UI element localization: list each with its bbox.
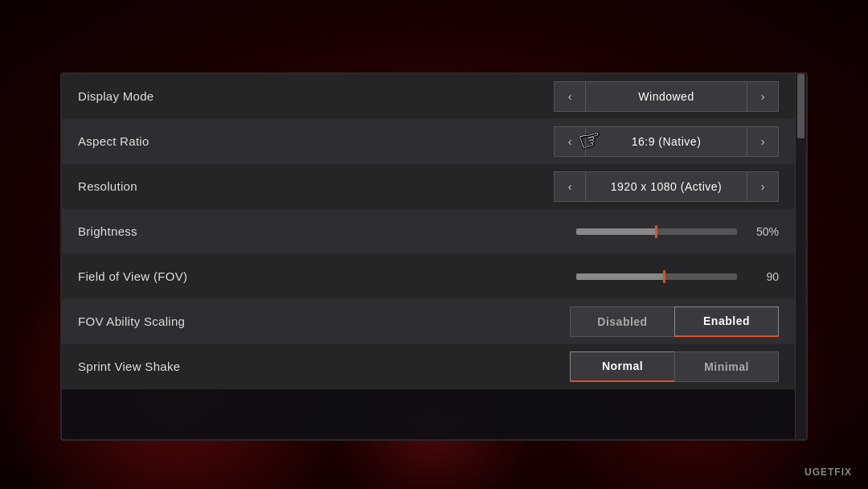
control-fov: 90: [303, 270, 779, 283]
arrow-right-aspect-ratio[interactable]: ›: [747, 126, 779, 157]
setting-row-display-mode: Display Mode‹Windowed›: [62, 74, 795, 119]
setting-row-fov-ability: FOV Ability ScalingDisabledEnabled: [62, 299, 795, 344]
setting-row-sprint-view: Sprint View ShakeNormalMinimal: [62, 344, 795, 389]
toggle-btn-sprint-view-minimal[interactable]: Minimal: [674, 351, 779, 382]
slider-value-fov: 90: [747, 270, 779, 283]
slider-control-fov[interactable]: 90: [576, 270, 779, 283]
label-fov-ability: FOV Ability Scaling: [78, 314, 303, 328]
slider-track-fov[interactable]: [576, 273, 737, 280]
toggle-control-fov-ability: DisabledEnabled: [570, 306, 779, 337]
arrow-value-resolution: 1920 x 1080 (Active): [586, 171, 747, 202]
slider-fill-fov: [576, 273, 665, 280]
setting-row-fov: Field of View (FOV)90: [62, 254, 795, 299]
label-sprint-view: Sprint View Shake: [78, 360, 303, 373]
control-display-mode: ‹Windowed›: [303, 81, 779, 112]
arrow-control-display-mode: ‹Windowed›: [554, 81, 779, 112]
control-fov-ability: DisabledEnabled: [303, 306, 779, 337]
arrow-value-display-mode: Windowed: [586, 81, 747, 112]
setting-row-resolution: Resolution‹1920 x 1080 (Active)›: [62, 164, 795, 209]
slider-control-brightness[interactable]: 50%: [576, 225, 779, 238]
arrow-right-display-mode[interactable]: ›: [747, 81, 779, 112]
toggle-btn-fov-ability-enabled[interactable]: Enabled: [674, 306, 779, 337]
scrollbar-thumb[interactable]: [797, 74, 805, 138]
arrow-control-aspect-ratio: ‹16:9 (Native)›: [554, 126, 779, 157]
arrow-value-aspect-ratio: 16:9 (Native): [586, 126, 747, 157]
settings-list: Display Mode‹Windowed›Aspect Ratio‹16:9 …: [62, 74, 795, 389]
slider-track-brightness[interactable]: [576, 228, 737, 235]
settings-panel: Display Mode‹Windowed›Aspect Ratio‹16:9 …: [60, 72, 808, 441]
toggle-btn-fov-ability-disabled[interactable]: Disabled: [570, 306, 674, 337]
label-brightness: Brightness: [78, 224, 303, 238]
arrow-left-display-mode[interactable]: ‹: [554, 81, 586, 112]
setting-row-brightness: Brightness50%: [62, 209, 795, 254]
toggle-control-sprint-view: NormalMinimal: [570, 351, 779, 382]
arrow-control-resolution: ‹1920 x 1080 (Active)›: [554, 171, 779, 202]
slider-value-brightness: 50%: [747, 225, 779, 238]
arrow-left-aspect-ratio[interactable]: ‹: [554, 126, 586, 157]
toggle-btn-sprint-view-normal[interactable]: Normal: [570, 351, 674, 382]
control-resolution: ‹1920 x 1080 (Active)›: [303, 171, 779, 202]
label-resolution: Resolution: [78, 179, 303, 193]
setting-row-aspect-ratio: Aspect Ratio‹16:9 (Native)›: [62, 119, 795, 164]
control-brightness: 50%: [303, 225, 779, 238]
control-sprint-view: NormalMinimal: [303, 351, 779, 382]
arrow-left-resolution[interactable]: ‹: [554, 171, 586, 202]
arrow-right-resolution[interactable]: ›: [747, 171, 779, 202]
label-display-mode: Display Mode: [78, 89, 303, 103]
label-aspect-ratio: Aspect Ratio: [78, 134, 303, 148]
label-fov: Field of View (FOV): [78, 269, 303, 283]
slider-fill-brightness: [576, 228, 657, 235]
scrollbar[interactable]: [795, 74, 806, 439]
watermark: UGETFIX: [805, 466, 852, 478]
control-aspect-ratio: ‹16:9 (Native)›: [303, 126, 779, 157]
